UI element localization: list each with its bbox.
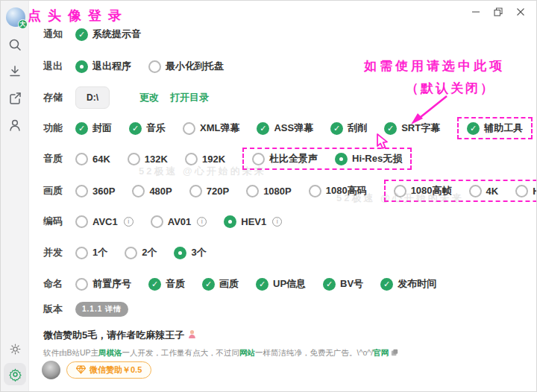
unchecked-radio-icon (125, 247, 137, 259)
settings-row-并发: 并发1个2个3个 (43, 241, 207, 264)
check-option[interactable]: ✓UP信息 (256, 277, 306, 291)
check-option[interactable]: ✓音质 (148, 277, 185, 291)
info-icon[interactable]: i (272, 217, 282, 227)
radio-option[interactable]: 1080P (246, 185, 292, 197)
sponsor-message-text: 微信赞助5毛，请作者吃麻辣王子 (43, 329, 184, 342)
unchecked-radio-icon (246, 185, 259, 197)
author-avatar[interactable] (42, 361, 60, 379)
check-option[interactable]: ✓发布时间 (380, 277, 436, 291)
option-label: AVC1 (92, 216, 118, 227)
unchecked-radio-icon (75, 185, 88, 197)
radio-option[interactable]: 360P (75, 185, 115, 197)
info-icon[interactable]: i (124, 217, 134, 227)
check-option[interactable]: ✓刮削 (330, 121, 367, 135)
check-option[interactable]: ✓辅助工具 (467, 121, 523, 135)
unchecked-radio-icon (132, 185, 145, 197)
row-controls: 1个2个3个 (75, 246, 207, 259)
checked-check-icon: ✓ (129, 122, 142, 135)
theme-toggle-icon[interactable] (5, 339, 25, 358)
unchecked-radio-icon (469, 185, 482, 197)
radio-option[interactable]: 480P (132, 185, 172, 197)
row-label: 命名 (43, 277, 75, 291)
radio-dot (80, 65, 84, 69)
unchecked-radio-icon (309, 185, 321, 197)
window-controls (465, 2, 532, 22)
radio-option[interactable]: 最小化到托盘 (148, 60, 224, 73)
option-label: 音质 (166, 277, 185, 291)
checked-check-icon: ✓ (384, 122, 397, 135)
settings-row-通知: 通知✓系统提示音 (43, 23, 141, 45)
check-option[interactable]: 前置序号 (75, 277, 131, 291)
download-icon[interactable] (5, 62, 25, 81)
row-label: 退出 (43, 60, 75, 73)
annotation-login-hint: 点头像登录 (28, 7, 128, 25)
minimize-button[interactable] (465, 2, 487, 22)
radio-option[interactable]: AV01i (151, 215, 207, 228)
option-label: 3个 (191, 246, 206, 259)
row-controls: 前置序号✓音质✓画质✓UP信息✓BV号✓发布时间 (75, 277, 436, 291)
row-label: 通知 (43, 28, 75, 41)
watermark-text: 52极速 @心开始的未来 (139, 165, 266, 178)
check-option[interactable]: ✓音乐 (129, 121, 166, 135)
version-badge[interactable]: 1.1.1 详情 (75, 302, 128, 317)
row-label: 功能 (43, 121, 75, 135)
check-option[interactable]: ✓ASS弹幕 (257, 121, 313, 135)
radio-option[interactable]: 132K (128, 153, 168, 165)
unchecked-radio-icon (75, 215, 88, 228)
check-option[interactable]: ✓封面 (75, 121, 112, 135)
radio-dot (178, 251, 182, 255)
storage-link[interactable]: 更改 (139, 91, 159, 104)
about-text: 一样简洁纯净，免费无广告。\^o^/ (255, 348, 373, 357)
close-button[interactable] (509, 2, 532, 22)
user-avatar[interactable]: 大 (6, 7, 25, 27)
radio-option[interactable]: 4K (469, 185, 499, 197)
option-label: 退出程序 (92, 60, 131, 73)
row-controls: ✓封面✓音乐XML弹幕✓ASS弹幕✓刮削✓SRT字幕✓辅助工具 (75, 121, 533, 135)
option-label: SRT字幕 (401, 121, 440, 135)
storage-link[interactable]: 打开目录 (170, 91, 209, 104)
check-option[interactable]: ✓系统提示音 (75, 28, 141, 41)
radio-option[interactable]: Hi-Res无损 (335, 152, 402, 165)
about-link[interactable]: 官网 (373, 348, 389, 357)
radio-option[interactable]: 退出程序 (75, 60, 131, 73)
settings-gear-icon[interactable] (4, 363, 26, 385)
option-label: 192K (202, 154, 225, 165)
about-link[interactable]: 周棋洛 (98, 348, 122, 357)
radio-option[interactable]: HDR (515, 185, 537, 197)
person-icon[interactable] (5, 116, 25, 135)
restore-button[interactable] (487, 2, 509, 22)
option-label: Hi-Res无损 (352, 152, 402, 165)
radio-option[interactable]: 192K (185, 153, 225, 165)
checked-radio-icon (174, 247, 186, 259)
search-icon[interactable] (5, 35, 25, 54)
radio-option[interactable]: 720P (189, 185, 229, 197)
about-link[interactable]: 网站 (239, 348, 255, 357)
radio-option[interactable]: 3个 (174, 246, 206, 259)
check-option[interactable]: ✓BV号 (323, 277, 363, 291)
radio-option[interactable]: HEV1i (224, 215, 282, 228)
unchecked-radio-icon (75, 247, 88, 259)
option-label: 64K (92, 154, 110, 165)
radio-option[interactable]: 杜比全景声 (252, 152, 318, 165)
checked-check-icon: ✓ (202, 278, 215, 291)
radio-option[interactable]: 1个 (75, 246, 107, 259)
radio-option[interactable]: 64K (75, 153, 110, 165)
storage-path-button[interactable]: D:\ (75, 86, 110, 109)
settings-row-存储: 存储D:\更改打开目录 (43, 86, 209, 109)
storage-links: 更改打开目录 (139, 91, 209, 104)
row-controls: AVC1iAV01iHEV1i (75, 215, 282, 228)
wechat-sponsor-button[interactable]: 微信赞助￥0.5 (66, 361, 151, 379)
check-option[interactable]: XML弹幕 (183, 121, 239, 135)
radio-option[interactable]: 2个 (125, 246, 157, 259)
row-label: 编码 (43, 215, 75, 228)
check-option[interactable]: ✓SRT字幕 (384, 121, 440, 135)
info-icon[interactable]: i (197, 217, 207, 227)
highlight-group: 杜比全景声Hi-Res无损 (242, 148, 412, 170)
share-icon[interactable] (5, 89, 25, 108)
row-controls: 1.1.1 详情 (75, 302, 128, 317)
check-option[interactable]: ✓画质 (202, 277, 239, 291)
option-label: 1080P (263, 186, 292, 197)
radio-option[interactable]: AVC1i (75, 215, 134, 228)
annotation-tip-line2: （默认关闭） (406, 80, 495, 97)
external-link-icon[interactable] (391, 349, 398, 358)
